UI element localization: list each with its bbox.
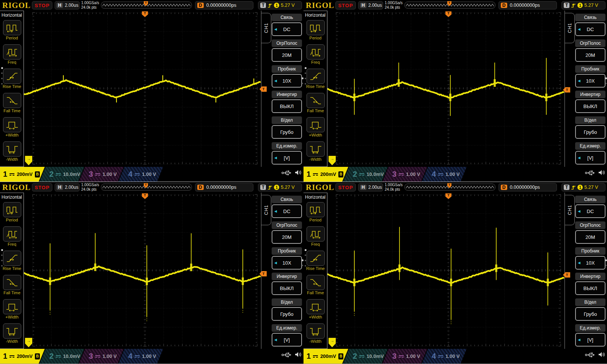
menu-item-invert[interactable]: Инвертир ◀ ВЫКЛ bbox=[272, 273, 302, 295]
sidebar-item-rise-time[interactable]: Rise Time bbox=[304, 69, 327, 89]
sidebar-item-pos-width[interactable]: +Width bbox=[304, 299, 327, 319]
menu-item-volts-div[interactable]: В/дел ◀ Грубо bbox=[272, 116, 302, 139]
run-state-badge[interactable]: STOP bbox=[335, 183, 356, 191]
horizontal-scale-box[interactable]: H 2.00us bbox=[358, 1, 383, 9]
channel4-status[interactable]: 4 1.00 V bbox=[422, 167, 467, 182]
measure-sidebar: Horizontal Period Freq Rise Time bbox=[0, 193, 24, 349]
menu-tab-ch1[interactable]: CH1 bbox=[565, 13, 575, 43]
sidebar-item-fall-time[interactable]: Fall Time bbox=[304, 93, 327, 113]
horizontal-scale-box[interactable]: H 2.00us bbox=[55, 1, 80, 9]
channel3-status[interactable]: 3 1.00 V bbox=[382, 167, 427, 182]
menu-item-coupling[interactable]: Связь ◀ DC bbox=[575, 14, 605, 36]
run-state-badge[interactable]: STOP bbox=[335, 1, 356, 9]
sidebar-item-rise-time[interactable]: Rise Time bbox=[0, 69, 24, 89]
sound-icon[interactable] bbox=[295, 351, 302, 358]
menu-item-bw-limit[interactable]: ОгрПолос ◀ 20M bbox=[272, 39, 302, 62]
usb-icon[interactable] bbox=[585, 352, 595, 358]
sidebar-item-period[interactable]: Period bbox=[0, 202, 24, 222]
menu-item-unit[interactable]: Ед.измер. ◀ [V] bbox=[272, 142, 302, 165]
menu-item-unit[interactable]: Ед.измер. ◀ [V] bbox=[272, 324, 302, 347]
channel1-status[interactable]: 1 200mV B bbox=[0, 167, 45, 182]
waveform-position-bar[interactable]: T bbox=[404, 2, 495, 9]
menu-item-invert[interactable]: Инвертир ◀ ВЫКЛ bbox=[575, 273, 605, 295]
chevron-left-icon: ◀ bbox=[274, 156, 277, 160]
menu-item-coupling[interactable]: Связь ◀ DC bbox=[272, 14, 302, 36]
channel3-status[interactable]: 3 1.00 V bbox=[79, 167, 124, 182]
trigger-box[interactable]: T 1 5.27 V bbox=[561, 183, 605, 191]
usb-icon[interactable] bbox=[281, 170, 292, 176]
sidebar-item-pos-width[interactable]: +Width bbox=[304, 117, 327, 137]
channel1-status[interactable]: 1 200mV B bbox=[304, 349, 348, 364]
sidebar-item-pos-width[interactable]: +Width bbox=[0, 299, 24, 319]
sound-icon[interactable] bbox=[295, 169, 302, 176]
usb-icon[interactable] bbox=[281, 352, 292, 358]
sidebar-item-neg-width[interactable]: -Width bbox=[0, 141, 24, 162]
sound-icon[interactable] bbox=[598, 169, 605, 176]
channel3-status[interactable]: 3 1.00 V bbox=[382, 349, 427, 364]
menu-item-invert[interactable]: Инвертир ◀ ВЫКЛ bbox=[272, 91, 302, 113]
sidebar-item-period[interactable]: Period bbox=[304, 202, 327, 222]
usb-icon[interactable] bbox=[585, 170, 595, 176]
waveform-position-bar[interactable]: T bbox=[101, 184, 192, 191]
menu-item-coupling[interactable]: Связь ◀ DC bbox=[272, 196, 302, 218]
sidebar-item-freq[interactable]: Freq bbox=[304, 44, 327, 64]
channel2-status[interactable]: 2 10.0mV bbox=[343, 349, 388, 364]
period-icon bbox=[309, 205, 322, 215]
sidebar-item-fall-time[interactable]: Fall Time bbox=[0, 275, 24, 295]
channel1-status[interactable]: 1 200mV B bbox=[304, 167, 348, 182]
menu-item-probe[interactable]: Пробник ◀ 10X bbox=[272, 247, 302, 270]
menu-item-volts-div[interactable]: В/дел ◀ Грубо bbox=[575, 298, 605, 321]
channel4-status[interactable]: 4 1.00 V bbox=[118, 349, 163, 364]
sound-icon[interactable] bbox=[598, 351, 605, 358]
sidebar-item-neg-width[interactable]: -Width bbox=[304, 141, 327, 162]
menu-item-unit[interactable]: Ед.измер. ◀ [V] bbox=[575, 142, 605, 165]
channel2-status[interactable]: 2 10.0mV bbox=[343, 167, 388, 182]
delay-box[interactable]: D 0.00000000ps bbox=[498, 183, 557, 191]
sidebar-item-neg-width[interactable]: -Width bbox=[304, 323, 327, 344]
channel4-status[interactable]: 4 1.00 V bbox=[422, 349, 467, 364]
waveform-position-bar[interactable]: T bbox=[101, 2, 192, 9]
menu-item-bw-limit[interactable]: ОгрПолос ◀ 20M bbox=[272, 221, 302, 244]
menu-item-bw-limit[interactable]: ОгрПолос ◀ 20M bbox=[575, 39, 605, 62]
trigger-icon: T bbox=[260, 185, 266, 190]
sidebar-item-fall-time[interactable]: Fall Time bbox=[0, 93, 24, 113]
trigger-box[interactable]: T 1 5.27 V bbox=[561, 1, 605, 9]
channel2-status[interactable]: 2 10.0mV bbox=[39, 349, 84, 364]
sidebar-item-freq[interactable]: Freq bbox=[304, 226, 327, 246]
trigger-box[interactable]: T 1 5.27 V bbox=[258, 1, 302, 9]
horizontal-scale-box[interactable]: H 2.00us bbox=[55, 183, 80, 191]
menu-item-probe[interactable]: Пробник ◀ 10X bbox=[272, 65, 302, 88]
menu-item-invert[interactable]: Инвертир ◀ ВЫКЛ bbox=[575, 91, 605, 113]
menu-item-volts-div[interactable]: В/дел ◀ Грубо bbox=[575, 116, 605, 139]
horizontal-scale-box[interactable]: H 2.00us bbox=[358, 183, 383, 191]
menu-item-volts-div[interactable]: В/дел ◀ Грубо bbox=[272, 298, 302, 321]
menu-item-probe[interactable]: Пробник ◀ 10X bbox=[575, 65, 605, 88]
menu-tab-ch1[interactable]: CH1 bbox=[261, 13, 271, 43]
sidebar-item-neg-width[interactable]: -Width bbox=[0, 323, 24, 344]
sidebar-item-freq[interactable]: Freq bbox=[0, 226, 24, 246]
sidebar-item-fall-time[interactable]: Fall Time bbox=[304, 275, 327, 295]
sidebar-item-pos-width[interactable]: +Width bbox=[0, 117, 24, 137]
channel3-status[interactable]: 3 1.00 V bbox=[79, 349, 124, 364]
channel2-status[interactable]: 2 10.0mV bbox=[39, 167, 84, 182]
menu-item-probe[interactable]: Пробник ◀ 10X bbox=[575, 247, 605, 270]
trigger-box[interactable]: T 1 5.27 V bbox=[258, 183, 302, 191]
channel1-status[interactable]: 1 200mV B bbox=[0, 349, 45, 364]
sidebar-item-period[interactable]: Period bbox=[0, 20, 24, 40]
channel4-status[interactable]: 4 1.00 V bbox=[118, 167, 163, 182]
sidebar-item-rise-time[interactable]: Rise Time bbox=[304, 251, 327, 271]
sidebar-item-period[interactable]: Period bbox=[304, 20, 327, 40]
menu-item-unit[interactable]: Ед.измер. ◀ [V] bbox=[575, 324, 605, 347]
waveform-position-bar[interactable]: T bbox=[404, 184, 495, 191]
menu-item-bw-limit[interactable]: ОгрПолос ◀ 20M bbox=[575, 221, 605, 244]
run-state-badge[interactable]: STOP bbox=[32, 1, 52, 9]
menu-tab-ch1[interactable]: CH1 bbox=[261, 195, 271, 225]
sidebar-item-freq[interactable]: Freq bbox=[0, 44, 24, 64]
delay-box[interactable]: D 0.00000000ps bbox=[195, 1, 253, 9]
delay-box[interactable]: D 0.00000000ps bbox=[498, 1, 557, 9]
sidebar-item-rise-time[interactable]: Rise Time bbox=[0, 251, 24, 271]
run-state-badge[interactable]: STOP bbox=[32, 183, 52, 191]
delay-box[interactable]: D 0.00000000ps bbox=[195, 183, 253, 191]
menu-item-coupling[interactable]: Связь ◀ DC bbox=[575, 196, 605, 218]
menu-tab-ch1[interactable]: CH1 bbox=[565, 195, 575, 225]
